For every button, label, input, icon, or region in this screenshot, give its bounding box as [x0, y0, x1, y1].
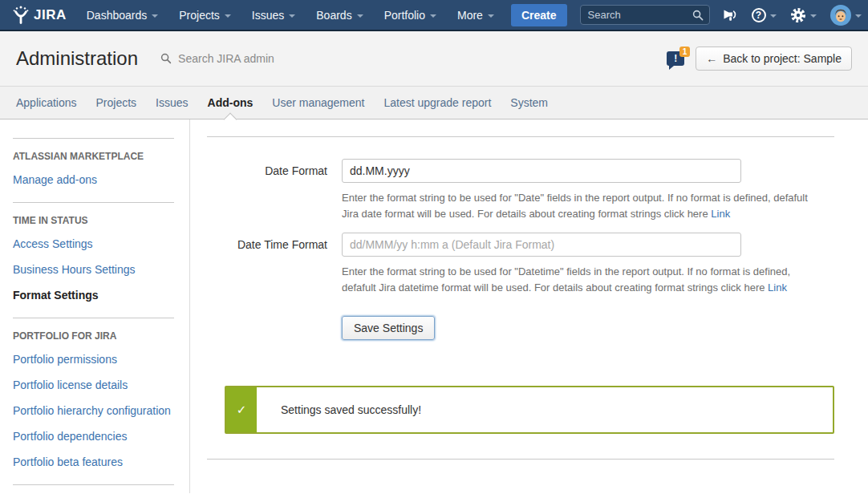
tab-issues[interactable]: Issues [146, 87, 197, 119]
date-time-format-description: Enter the format string to be used for "… [342, 264, 819, 296]
nav-portfolio-label: Portfolio [384, 9, 425, 22]
check-icon: ✓ [237, 403, 247, 417]
date-time-format-input[interactable] [342, 233, 741, 257]
nav-portfolio[interactable]: Portfolio [374, 0, 447, 30]
nav-more-label: More [457, 9, 483, 22]
nav-projects-label: Projects [179, 9, 220, 22]
date-format-help-link[interactable]: Link [711, 208, 730, 220]
save-settings-button[interactable]: Save Settings [342, 316, 435, 340]
chevron-down-icon [770, 14, 777, 18]
sidebar-group-portfolio-for-jira: PORTFOLIO FOR JIRA Portfolio permissions… [13, 318, 174, 484]
notification-badge: 1 [679, 47, 690, 57]
date-format-label: Date Format [207, 159, 327, 233]
sidebar-heading: PORTFOLIO FOR JIRA [13, 330, 174, 342]
admin-header-right: ! 1 ← Back to project: Sample [667, 47, 852, 71]
search-icon [160, 53, 172, 64]
tab-system[interactable]: System [501, 87, 558, 119]
sidebar-heading: ATLASSIAN MARKETPLACE [13, 151, 174, 162]
sidebar-item-portfolio-hierarchy-configuration[interactable]: Portfolio hierarchy configuration [13, 398, 174, 423]
sidebar: ATLASSIAN MARKETPLACE Manage add-ons TIM… [0, 119, 190, 493]
admin-tabbar: Applications Projects Issues Add-ons Use… [0, 87, 868, 119]
sidebar-heading: TIME IN STATUS [13, 215, 174, 226]
help-menu[interactable]: ? [752, 8, 777, 22]
success-message: ✓ Settings saved successfully! [225, 386, 834, 434]
help-icon: ? [752, 8, 766, 22]
content-divider-bottom [207, 459, 834, 460]
nav-dashboards-label: Dashboards [87, 9, 148, 22]
tab-applications[interactable]: Applications [6, 87, 87, 119]
content-panel: Date Format Enter the format string to b… [190, 119, 868, 493]
user-avatar [830, 5, 851, 26]
admin-search-input[interactable] [176, 51, 313, 66]
sidebar-item-portfolio-permissions[interactable]: Portfolio permissions [13, 346, 174, 372]
sidebar-item-business-hours-settings[interactable]: Business Hours Settings [13, 257, 174, 282]
back-button-label: Back to project: Sample [723, 52, 842, 65]
nav-projects[interactable]: Projects [168, 0, 241, 30]
tab-add-ons-label: Add-ons [208, 96, 254, 109]
feedback-button[interactable]: ! 1 [667, 51, 684, 66]
chevron-down-icon [225, 14, 231, 18]
sidebar-item-portfolio-beta-features[interactable]: Portfolio beta features [13, 449, 174, 475]
sidebar-item-access-settings[interactable]: Access Settings [13, 231, 174, 257]
save-row-spacer [207, 306, 327, 340]
jira-logo-text: JIRA [34, 7, 67, 23]
admin-search[interactable] [160, 51, 313, 66]
success-icon-bar: ✓ [226, 387, 257, 432]
content-divider-top [207, 136, 834, 137]
feedback-exclamation: ! [674, 53, 677, 64]
main-area: ATLASSIAN MARKETPLACE Manage add-ons TIM… [0, 119, 868, 493]
chevron-down-icon [488, 14, 494, 18]
sidebar-item-portfolio-dependencies[interactable]: Portfolio dependencies [13, 423, 174, 449]
sidebar-group-tempo-teams: TEMPO TEAMS [13, 484, 174, 493]
nav-boards-label: Boards [316, 9, 351, 22]
announcement-button[interactable] [721, 7, 738, 22]
search-icon [692, 10, 704, 21]
save-field-col: Save Settings [342, 306, 823, 340]
back-to-project-button[interactable]: ← Back to project: Sample [696, 47, 852, 71]
chevron-down-icon [430, 14, 436, 18]
nav-more[interactable]: More [447, 0, 505, 30]
tab-add-ons[interactable]: Add-ons [198, 87, 263, 119]
tab-latest-upgrade-report[interactable]: Latest upgrade report [374, 87, 501, 119]
navbar-search-input[interactable] [586, 8, 692, 22]
nav-dashboards[interactable]: Dashboards [76, 0, 169, 30]
jira-logo[interactable]: JIRA [11, 6, 67, 25]
admin-header: Administration ! 1 ← Back to project: Sa… [0, 31, 868, 87]
nav-boards[interactable]: Boards [306, 0, 373, 30]
chevron-down-icon [810, 14, 817, 18]
megaphone-icon [721, 7, 738, 22]
date-time-format-description-text: Enter the format string to be used for "… [342, 265, 790, 294]
back-arrow-icon: ← [706, 52, 717, 65]
date-format-description: Enter the format string to be used for "… [342, 190, 819, 222]
create-button[interactable]: Create [511, 4, 567, 26]
date-format-row: Date Format Enter the format string to b… [207, 159, 834, 233]
navbar-icons: ? [721, 5, 862, 26]
success-message-text: Settings saved successfully! [257, 387, 421, 432]
gear-icon [790, 7, 806, 23]
date-format-description-text: Enter the format string to be used for "… [342, 192, 808, 220]
jira-logo-icon [11, 6, 30, 25]
chevron-down-icon [289, 14, 295, 18]
settings-menu[interactable] [790, 7, 817, 23]
navbar-search[interactable] [580, 5, 710, 25]
date-time-format-field-col: Enter the format string to be used for "… [342, 233, 823, 306]
date-format-input[interactable] [342, 159, 741, 183]
tab-user-management[interactable]: User management [262, 87, 374, 119]
date-time-format-row: Date Time Format Enter the format string… [207, 233, 834, 306]
date-time-format-help-link[interactable]: Link [768, 281, 787, 294]
date-time-format-label: Date Time Format [207, 233, 327, 306]
page-title: Administration [16, 47, 138, 70]
sidebar-item-portfolio-license-details[interactable]: Portfolio license details [13, 372, 174, 398]
nav-issues[interactable]: Issues [241, 0, 306, 30]
chevron-down-icon [855, 14, 862, 18]
user-menu[interactable] [830, 5, 862, 26]
tab-projects[interactable]: Projects [87, 87, 147, 119]
sidebar-item-manage-add-ons[interactable]: Manage add-ons [13, 167, 174, 192]
sidebar-item-format-settings[interactable]: Format Settings [13, 282, 174, 308]
chevron-down-icon [152, 14, 158, 18]
nav-issues-label: Issues [252, 9, 284, 22]
sidebar-group-atlassian-marketplace: ATLASSIAN MARKETPLACE Manage add-ons [13, 138, 174, 202]
sidebar-group-time-in-status: TIME IN STATUS Access Settings Business … [13, 202, 174, 318]
format-settings-form: Date Format Enter the format string to b… [207, 159, 834, 340]
save-row: Save Settings [207, 306, 834, 340]
